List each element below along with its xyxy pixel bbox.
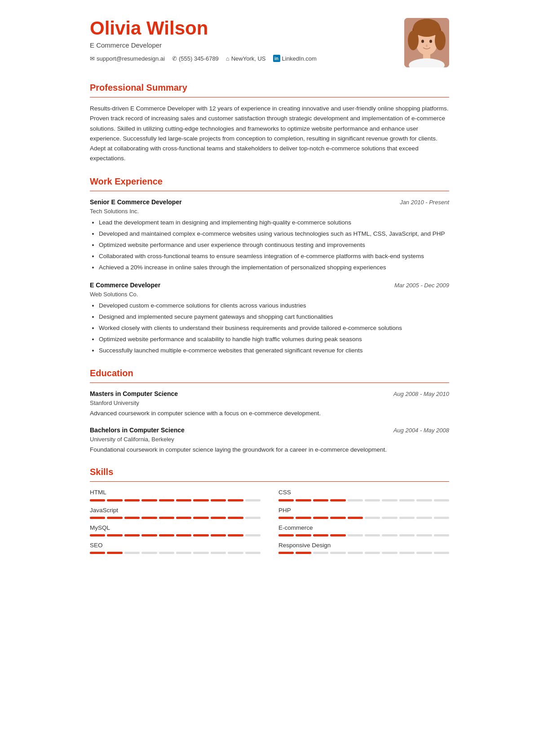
skill-item: SEO [90,541,261,554]
skill-bar-segment [141,534,157,536]
skill-bar-segment [278,552,294,554]
skill-bar-segment [107,534,122,536]
skill-bar-segment [124,499,140,501]
header-info: Olivia Wilson E Commerce Developer ✉ sup… [90,18,395,63]
skill-bar-segment [382,499,397,501]
skill-bar-segment [365,517,380,519]
skill-bar-segment [330,552,345,554]
edu-desc: Foundational coursework in computer scie… [90,445,449,454]
skill-bar-segment [278,517,294,519]
skill-bar-segment [245,534,261,536]
phone-value: (555) 345-6789 [179,54,219,63]
list-item: Lead the development team in designing a… [99,218,449,228]
job-company: Tech Solutions Inc. [90,207,449,216]
skill-bar-segment [348,534,363,536]
skill-bar-segment [228,534,243,536]
job-title: Senior E Commerce Developer [90,198,182,207]
education-divider [90,382,449,383]
list-item: Developed and maintained complex e-comme… [99,229,449,239]
skill-bar [278,517,449,519]
skill-bar-segment [278,534,294,536]
skill-bar-segment [434,499,449,501]
job-dates: Jan 2010 - Present [400,198,449,207]
svg-point-10 [426,44,428,47]
list-item: Optimized website performance and scalab… [99,335,449,344]
skill-bar-segment [211,552,226,554]
skills-title: Skills [90,465,449,479]
skill-bar-segment [434,534,449,536]
skill-name: CSS [278,488,449,497]
skill-name: SEO [90,541,261,550]
skill-bar-segment [228,499,243,501]
experience-divider [90,191,449,191]
skill-bar [90,552,261,554]
contact-location: ⌂ NewYork, US [226,54,266,63]
location-icon: ⌂ [226,54,230,63]
skill-bar-segment [399,552,415,554]
location-value: NewYork, US [231,54,266,63]
skill-bar-segment [176,499,191,501]
skill-item: JavaScript [90,506,261,519]
skill-bar-segment [348,552,363,554]
skill-bar-segment [296,534,311,536]
edu-block: Bachelors in Computer ScienceAug 2004 - … [90,426,449,455]
skill-item: HTML [90,488,261,501]
skill-bar-segment [176,517,191,519]
job-bullets: Developed custom e-commerce solutions fo… [90,301,449,356]
skill-bar [90,517,261,519]
job-header: E Commerce DeveloperMar 2005 - Dec 2009 [90,281,449,290]
skill-bar-segment [211,517,226,519]
skill-bar-segment [141,499,157,501]
skill-bar-segment [313,499,328,501]
experience-section: Work Experience Senior E Commerce Develo… [90,175,449,356]
skill-bar-segment [313,534,328,536]
skill-bar-segment [107,517,122,519]
skill-bar-segment [159,534,174,536]
job-dates: Mar 2005 - Dec 2009 [394,281,449,290]
list-item: Collaborated with cross-functional teams… [99,252,449,261]
skill-bar-segment [330,534,345,536]
edu-dates: Aug 2008 - May 2010 [393,390,449,399]
skill-bar-segment [399,517,415,519]
skill-bar-segment [382,517,397,519]
skill-bar-segment [330,499,345,501]
skill-bar-segment [365,534,380,536]
skill-bar-segment [434,552,449,554]
skill-bar-segment [193,499,208,501]
skill-bar-segment [416,552,432,554]
skill-bar-segment [348,517,363,519]
svg-point-4 [408,31,419,50]
email-icon: ✉ [90,54,95,63]
skill-bar-segment [159,517,174,519]
list-item: Worked closely with clients to understan… [99,324,449,333]
skill-bar-segment [245,552,261,554]
skill-bar [90,499,261,501]
skill-bar-segment [211,499,226,501]
skill-item: Responsive Design [278,541,449,554]
summary-section: Professional Summary Results-driven E Co… [90,81,449,164]
skill-bar-segment [296,517,311,519]
skill-bar-segment [159,552,174,554]
skill-bar-segment [90,534,105,536]
svg-point-8 [421,40,424,43]
edu-degree: Bachelors in Computer Science [90,426,185,435]
edu-header: Bachelors in Computer ScienceAug 2004 - … [90,426,449,435]
avatar [404,18,449,67]
skill-name: HTML [90,488,261,497]
resume-header: Olivia Wilson E Commerce Developer ✉ sup… [90,18,449,67]
skill-bar-segment [124,517,140,519]
jobs-container: Senior E Commerce DeveloperJan 2010 - Pr… [90,198,449,356]
skill-bar [278,499,449,501]
skill-item: E-commerce [278,523,449,536]
skill-name: E-commerce [278,523,449,532]
skills-divider [90,481,449,482]
skill-bar-segment [193,552,208,554]
skill-name: MySQL [90,523,261,532]
job-bullets: Lead the development team in designing a… [90,218,449,273]
job-title: E Commerce Developer [90,281,160,290]
skill-item: MySQL [90,523,261,536]
skill-name: Responsive Design [278,541,449,550]
skill-bar-segment [434,517,449,519]
list-item: Successfully launched multiple e-commerc… [99,346,449,356]
skill-bar-segment [382,534,397,536]
